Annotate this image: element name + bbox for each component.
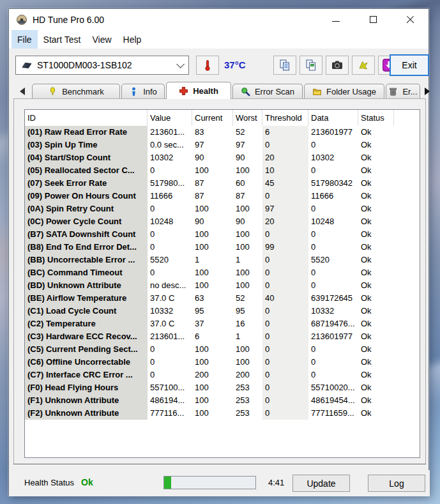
table-row[interactable]: (07) Seek Error Rate517980...87604551798… [25,177,420,190]
table-row[interactable]: (05) Reallocated Sector C...0100100100Ok [25,164,420,177]
table-row[interactable]: (BC) Command Timeout010010000Ok [25,266,420,279]
cell-value: 0 [148,343,192,356]
chevron-down-icon [176,60,185,68]
cell-status: Ok [358,215,394,228]
cell-threshold: 45 [262,177,308,190]
table-row[interactable]: (C6) Offline Uncorrectable010010000Ok [25,356,420,369]
update-button[interactable]: Update [292,475,350,492]
table-row[interactable]: (0A) Spin Retry Count0100100970Ok [25,202,420,215]
cell-current: 100 [192,266,233,279]
copy-text-button[interactable] [273,56,296,75]
tab-erase[interactable]: Er... [386,84,420,98]
cell-status: Ok [358,305,394,317]
table-row[interactable]: (03) Spin Up Time0.0 sec...979700Ok [25,139,420,151]
cell-status: Ok [358,126,394,139]
table-row[interactable]: (01) Raw Read Error Rate213601...8352621… [25,126,420,139]
column-header-id[interactable]: ID [25,110,148,126]
cell-worst: 100 [233,343,262,356]
table-row[interactable]: (B7) SATA Downshift Count010010000Ok [25,228,420,241]
log-button[interactable]: Log [368,475,425,492]
copy-image-button[interactable] [300,56,322,75]
tab-health[interactable]: Health [166,82,231,99]
cell-id: (F0) Head Flying Hours [25,381,148,394]
cell-threshold: 0 [262,228,308,241]
exit-button[interactable]: Exit [390,54,429,76]
cell-worst: 253 [233,407,262,420]
menu-help[interactable]: Help [118,30,148,49]
tab-label: Health [193,86,218,96]
cell-threshold: 0 [262,330,308,343]
maximize-button[interactable] [354,9,391,30]
table-row[interactable]: (F1) Unknown Attribute486194...100253048… [25,394,420,407]
column-header-current[interactable]: Current [192,110,233,126]
column-header-value[interactable]: Value [148,110,192,126]
screenshot-button[interactable] [326,56,349,75]
tools-button[interactable] [352,56,375,75]
cell-value: 486194... [148,394,192,407]
cell-data: 10248 [308,215,358,228]
cell-threshold: 0 [262,343,308,356]
table-row[interactable]: (C1) Load Cycle Count103329595010332Ok [25,305,420,317]
cell-value: no desc... [148,279,192,292]
table-row[interactable]: (04) Start/Stop Count1030290902010302Ok [25,151,420,164]
table-row[interactable]: (B8) End To End Error Det...0100100990Ok [25,241,420,254]
cell-data: 0 [308,228,358,241]
cell-value: 777116... [148,407,192,420]
tab-error-scan[interactable]: Error Scan [232,84,303,98]
table-row[interactable]: (09) Power On Hours Count116668787011666… [25,190,420,202]
menu-view[interactable]: View [86,30,117,49]
column-header-data[interactable]: Data [308,110,358,126]
table-row[interactable]: (BE) Airflow Temperature37.0 C6352406391… [25,292,420,305]
column-header-worst[interactable]: Worst [233,110,262,126]
table-row[interactable]: (F0) Head Flying Hours557100...100253055… [25,381,420,394]
arrow-left-icon [20,88,25,95]
tab-scroll-right-button[interactable] [422,86,432,97]
column-header-threshold[interactable]: Threshold [262,110,308,126]
cell-data: 0 [308,139,358,151]
cell-current: 100 [192,407,233,420]
table-row[interactable]: (0C) Power Cycle Count1024890902010248Ok [25,215,420,228]
cell-data: 0 [308,343,358,356]
table-row[interactable]: (C5) Current Pending Sect...010010000Ok [25,343,420,356]
cell-id: (09) Power On Hours Count [25,190,148,202]
cell-id: (03) Spin Up Time [25,139,148,151]
menu-start-test[interactable]: Start Test [38,30,87,49]
cell-value: 517980... [148,177,192,190]
close-button[interactable] [391,9,429,30]
tab-benchmark[interactable]: Benchmark [32,84,120,98]
cell-data: 517980342 [308,177,358,190]
table-row[interactable]: (C7) Interface CRC Error ...020020000Ok [25,369,420,381]
cell-data: 213601977 [308,330,358,343]
cell-value: 0 [148,241,192,254]
cell-status: Ok [358,241,394,254]
cell-value: 0 [148,164,192,177]
menu-file[interactable]: File [11,30,38,49]
tab-info[interactable]: Info [121,84,165,98]
tab-scroll-left-button[interactable] [17,86,27,97]
tab-label: Er... [402,87,417,96]
temperature-button[interactable] [196,56,219,75]
cell-worst: 16 [233,317,262,330]
title-bar[interactable]: HD Tune Pro 6.00 [9,9,429,30]
cell-worst: 100 [233,241,262,254]
table-row[interactable]: (BD) Unknown Attributeno desc...10010000… [25,279,420,292]
minimize-button[interactable] [317,9,354,30]
table-row[interactable]: (BB) Uncorrectable Error ...55201105520O… [25,254,420,266]
table-row[interactable]: (F2) Unknown Attribute777116...100253077… [25,407,420,420]
cell-worst: 1 [233,254,262,266]
cell-worst: 60 [233,177,262,190]
cell-value: 213601... [148,330,192,343]
table-row[interactable]: (C3) Hardware ECC Recov...213601...61021… [25,330,420,343]
cell-current: 6 [192,330,233,343]
cell-id: (C1) Load Cycle Count [25,305,148,317]
minimize-icon [332,21,340,22]
drive-selector[interactable]: ST1000DM003-1SB102 [15,56,189,75]
cell-worst: 100 [233,356,262,369]
column-header-status[interactable]: Status [358,110,394,126]
tab-folder-usage[interactable]: Folder Usage [304,84,384,98]
table-row[interactable]: (C2) Temperature37.0 C3716068719476...Ok [25,317,420,330]
menu-bar: File Start Test View Help [9,30,429,49]
cell-worst: 90 [233,151,262,164]
cell-status: Ok [358,292,394,305]
tab-label: Folder Usage [326,87,376,96]
